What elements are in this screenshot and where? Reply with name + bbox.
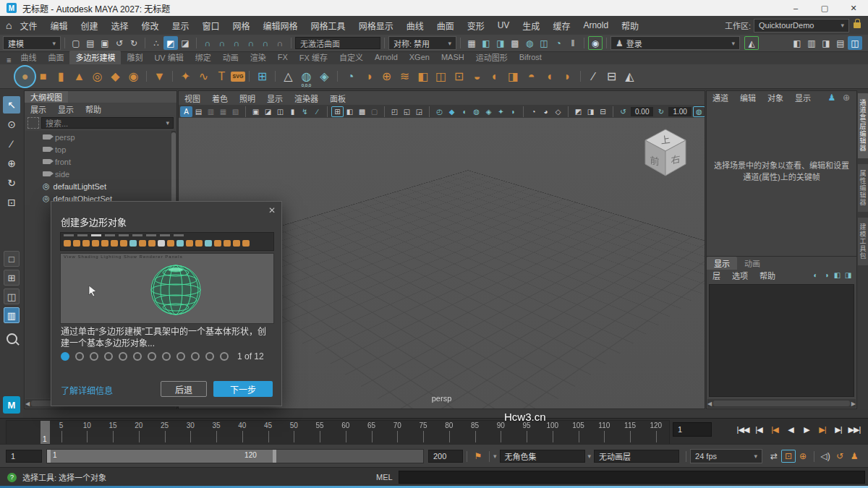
page-dot-5[interactable] xyxy=(119,352,127,361)
page-dot-2[interactable] xyxy=(75,352,84,361)
poly-cube-icon[interactable]: ■ xyxy=(34,67,52,86)
menu-item-12[interactable]: 曲面 xyxy=(430,20,461,32)
ipr-render-icon[interactable]: ◨ xyxy=(493,36,508,50)
snap-to-curve-icon[interactable]: ∩ xyxy=(215,36,229,50)
page-dot-7[interactable] xyxy=(148,352,156,361)
play-forward-button[interactable]: ▶ xyxy=(799,421,814,437)
undo-icon[interactable]: ↺ xyxy=(112,36,127,50)
move-tool[interactable]: ⊕ xyxy=(3,155,20,172)
menu-item-17[interactable]: Arnold xyxy=(576,20,615,30)
viewport-menu-4[interactable]: 渲染器 xyxy=(289,93,324,104)
layer-horizontal-scrollbar[interactable]: ◀▶ xyxy=(707,399,856,408)
shelf-tab-15[interactable]: Bifrost xyxy=(514,52,548,63)
motion-blur-icon[interactable]: ◴ xyxy=(433,106,446,117)
search-input[interactable]: 搜索... xyxy=(41,117,174,129)
textured-mode-icon[interactable]: ▩ xyxy=(356,106,368,117)
toggle-outliner-panel-icon[interactable]: ◧ xyxy=(790,36,804,50)
bridge-icon[interactable]: ◫ xyxy=(432,67,450,86)
gate-mask-icon[interactable]: ▦ xyxy=(217,106,229,117)
grease-pencil-icon[interactable]: ∕ xyxy=(311,106,323,117)
film-gate-icon[interactable]: ▤ xyxy=(192,106,205,117)
gamma-field[interactable]: 1.00 xyxy=(668,107,691,116)
shelf-tab-10[interactable]: 自定义 xyxy=(333,51,369,64)
channel-box-menu-1[interactable]: 编辑 xyxy=(734,92,762,103)
playback-loop-icon[interactable]: ⇄ xyxy=(767,450,781,463)
select-component-icon[interactable]: ◪ xyxy=(178,36,192,50)
menu-item-9[interactable]: 网格工具 xyxy=(305,20,352,32)
select-tool[interactable]: ↖ xyxy=(3,96,20,114)
extrude-icon[interactable]: ⊡ xyxy=(450,67,468,86)
menu-item-4[interactable]: 修改 xyxy=(135,20,166,32)
sweep-mesh-icon[interactable]: ∿ xyxy=(195,67,213,86)
crease-tool-icon[interactable]: ∕ xyxy=(584,67,603,86)
channel-person-icon[interactable]: ♟ xyxy=(825,90,839,104)
viewport-menu-2[interactable]: 照明 xyxy=(234,93,261,104)
render-current-frame-icon[interactable]: ◧ xyxy=(479,36,493,50)
current-frame-field[interactable]: 1 xyxy=(673,422,712,437)
paint-effects-display-icon[interactable]: ◔ xyxy=(527,106,540,117)
layer-visibility-icon-icon[interactable]: ◐ xyxy=(810,268,821,282)
field-chart-icon[interactable]: ▧ xyxy=(229,106,242,117)
menu-item-11[interactable]: 曲线 xyxy=(400,20,430,32)
layer-menu-0[interactable]: 层 xyxy=(707,270,726,281)
menu-item-3[interactable]: 选择 xyxy=(105,20,135,32)
wireframe-mode-icon[interactable]: ⊞ xyxy=(331,106,344,117)
character-controls-icon[interactable]: ◉ xyxy=(588,36,603,50)
step-back-key-button[interactable]: |◀ xyxy=(767,421,783,437)
viewport-menu-3[interactable]: 显示 xyxy=(261,93,289,104)
range-start-handle[interactable] xyxy=(47,450,51,463)
play-backward-button[interactable]: ◀ xyxy=(783,421,799,437)
pane-layout-toggle-icon[interactable]: ⊟ xyxy=(597,106,609,117)
toggle-workspace-panel-icon[interactable]: ◫ xyxy=(848,36,862,50)
bookmarks-icon[interactable]: ◪ xyxy=(262,106,274,117)
timeline-ruler[interactable]: 1 51015202530354045505560657075808590951… xyxy=(6,420,670,445)
character-set-menu-icon[interactable]: ▾ xyxy=(493,453,497,460)
type-tool-icon[interactable]: T xyxy=(213,67,231,86)
depth-of-field-icon[interactable]: ✦ xyxy=(495,106,507,117)
page-dot-10[interactable] xyxy=(191,352,200,361)
pause-viewport-icon[interactable]: ‖ xyxy=(566,36,580,50)
zoom-tool-icon[interactable] xyxy=(7,333,17,344)
look-dev-icon[interactable]: ◔ xyxy=(551,36,566,50)
channel-pin-icon[interactable]: ⊕ xyxy=(839,90,854,104)
workspace-dropdown[interactable]: QuicktourDemo xyxy=(754,19,849,33)
hypershade-icon[interactable]: ◍ xyxy=(522,36,537,50)
oversampling-icon[interactable]: ↯ xyxy=(299,106,311,117)
sculpt-tool-icon[interactable]: ◭ xyxy=(621,67,639,86)
xray-mode-icon[interactable]: ◖ xyxy=(458,106,470,117)
outliner-menu-2[interactable]: 帮助 xyxy=(80,103,107,115)
shelf-tab-9[interactable]: FX 缓存 xyxy=(294,51,333,64)
menu-item-13[interactable]: 变形 xyxy=(461,20,491,32)
four-pane-layout[interactable]: ⊞ xyxy=(4,270,20,286)
outliner-menu-0[interactable]: 展示 xyxy=(25,103,52,115)
multi-cut-icon[interactable]: ◑ xyxy=(359,67,378,86)
step-back-frame-button[interactable]: |◀ xyxy=(751,421,767,437)
side-tab-1[interactable]: 属性编辑器 xyxy=(858,164,868,212)
joints-xray-icon[interactable]: ◍ xyxy=(470,106,482,117)
target-weld-icon[interactable]: ⊕ xyxy=(378,67,396,86)
menu-item-5[interactable]: 显示 xyxy=(166,20,196,32)
file-save-icon[interactable]: ▣ xyxy=(98,36,112,50)
mute-audio-icon[interactable]: ◁) xyxy=(818,450,833,463)
dialog-close-icon[interactable]: ✕ xyxy=(268,205,276,215)
resolution-gate-icon[interactable]: ▥ xyxy=(205,106,217,117)
shelf-tab-13[interactable]: MASH xyxy=(435,52,470,63)
shelf-tab-1[interactable]: 曲面 xyxy=(42,51,69,64)
active-surface-field[interactable]: 无激活曲面 xyxy=(295,37,380,49)
snap-to-projected-center-icon[interactable]: ∩ xyxy=(244,36,258,50)
menu-item-0[interactable]: 文件 xyxy=(13,20,43,32)
select-camera-icon[interactable]: A xyxy=(180,106,192,117)
outliner-item-defaultLightSet[interactable]: ◎defaultLightSet xyxy=(25,180,171,192)
shadows-icon[interactable]: ◱ xyxy=(401,106,413,117)
outliner-filter-icon[interactable] xyxy=(27,117,39,129)
shelf-tab-8[interactable]: FX xyxy=(272,52,294,63)
outliner-tab[interactable]: 大纲视图 xyxy=(25,91,68,103)
hud-toggle-icon[interactable]: ◇ xyxy=(552,106,564,117)
page-dot-4[interactable] xyxy=(104,352,113,361)
go-to-start-button[interactable]: |◀◀ xyxy=(735,421,751,437)
scroll-left-icon[interactable]: ◀ xyxy=(707,401,712,407)
shelf-tab-6[interactable]: 动画 xyxy=(217,51,244,64)
fps-dropdown[interactable]: 24 fps xyxy=(690,449,762,463)
file-open-icon[interactable]: ▤ xyxy=(83,36,98,50)
outliner-item-side[interactable]: side xyxy=(25,168,171,180)
